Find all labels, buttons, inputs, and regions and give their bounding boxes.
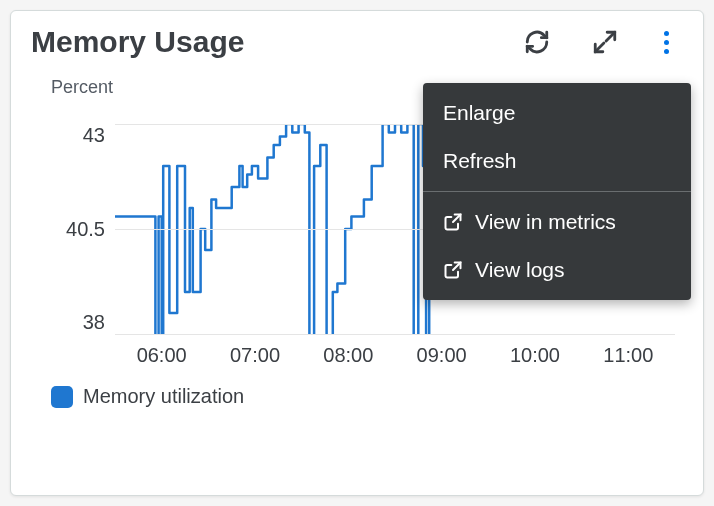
legend-label: Memory utilization	[83, 385, 244, 408]
menu-item-view-logs[interactable]: View logs	[423, 246, 691, 294]
y-tick: 43	[83, 124, 105, 147]
context-menu: Enlarge Refresh View in metrics	[423, 83, 691, 300]
expand-icon[interactable]	[591, 28, 619, 56]
card-header: Memory Usage	[31, 25, 683, 59]
external-link-icon	[443, 212, 463, 232]
refresh-icon[interactable]	[523, 28, 551, 56]
card-title: Memory Usage	[31, 25, 244, 59]
chart-legend: Memory utilization	[51, 385, 683, 408]
x-tick: 07:00	[208, 344, 301, 367]
x-tick: 06:00	[115, 344, 208, 367]
x-tick: 11:00	[582, 344, 675, 367]
y-axis: 43 40.5 38	[51, 124, 115, 334]
y-tick: 40.5	[66, 218, 105, 241]
x-tick: 10:00	[488, 344, 581, 367]
menu-item-enlarge[interactable]: Enlarge	[423, 89, 691, 137]
x-tick: 09:00	[395, 344, 488, 367]
x-axis: 06:00 07:00 08:00 09:00 10:00 11:00	[115, 344, 675, 367]
menu-item-view-metrics[interactable]: View in metrics	[423, 198, 691, 246]
kebab-icon[interactable]	[659, 28, 673, 56]
y-tick: 38	[83, 311, 105, 334]
menu-item-refresh[interactable]: Refresh	[423, 137, 691, 185]
external-link-icon	[443, 260, 463, 280]
legend-swatch	[51, 386, 73, 408]
x-tick: 08:00	[302, 344, 395, 367]
header-controls	[523, 28, 683, 56]
metric-card: Memory Usage Percent	[10, 10, 704, 496]
